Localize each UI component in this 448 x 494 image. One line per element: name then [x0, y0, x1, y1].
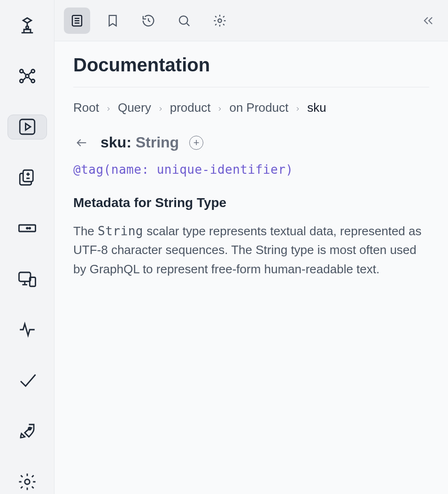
rail-activity-icon[interactable]: [8, 317, 47, 342]
svg-point-5: [25, 74, 29, 77]
breadcrumb: Root Query product on Product sku: [73, 100, 429, 115]
chevron-right-icon: [295, 100, 301, 115]
field-name: sku: [100, 134, 126, 151]
svg-point-3: [20, 79, 23, 83]
rail-devices-icon[interactable]: [8, 267, 47, 291]
field-header: sku: String +: [73, 134, 429, 151]
rail-input-field-icon[interactable]: [8, 216, 47, 240]
svg-point-16: [179, 16, 188, 24]
rail-observatory-icon[interactable]: [8, 13, 47, 38]
crumb-product[interactable]: product: [170, 100, 211, 115]
collapse-panel-icon[interactable]: [418, 10, 439, 31]
content-area: Documentation Root Query product on Prod…: [54, 41, 448, 494]
toolbar-bookmark-icon[interactable]: [100, 8, 126, 34]
svg-point-0: [26, 26, 28, 29]
svg-rect-11: [19, 272, 31, 281]
crumb-current: sku: [307, 100, 326, 115]
svg-point-10: [29, 228, 30, 229]
crumb-query[interactable]: Query: [118, 100, 151, 115]
field-signature: sku: String: [100, 134, 179, 151]
chevron-right-icon: [158, 100, 163, 115]
svg-point-17: [218, 19, 222, 23]
inline-code: String: [98, 224, 143, 238]
directive-text: @tag(name: unique-identifier): [73, 162, 429, 177]
rail-diff-icon[interactable]: [8, 166, 47, 190]
toolbar-search-icon[interactable]: [171, 8, 197, 34]
crumb-root[interactable]: Root: [73, 100, 99, 115]
svg-point-14: [24, 479, 30, 485]
rail-checkmark-icon[interactable]: [8, 368, 47, 393]
rail-settings-icon[interactable]: [8, 470, 47, 494]
page-title: Documentation: [73, 54, 429, 87]
svg-point-9: [26, 228, 28, 229]
svg-rect-6: [20, 119, 35, 134]
toolbar-doc-list-icon[interactable]: [64, 8, 90, 34]
svg-point-4: [31, 79, 34, 83]
back-arrow-icon[interactable]: [73, 134, 90, 151]
description-text: The String scalar type represents textua…: [73, 222, 429, 278]
toolbar: [54, 0, 448, 41]
field-type: String: [136, 134, 179, 151]
crumb-on-product[interactable]: on Product: [229, 100, 288, 115]
toolbar-history-icon[interactable]: [135, 8, 162, 34]
rail-play-icon[interactable]: [8, 115, 47, 139]
main-panel: Documentation Root Query product on Prod…: [54, 0, 448, 494]
left-rail: [0, 0, 54, 494]
rail-graph-icon[interactable]: [8, 64, 47, 88]
toolbar-settings-icon[interactable]: [207, 8, 233, 34]
chevron-right-icon: [106, 100, 111, 115]
svg-point-1: [20, 69, 23, 73]
section-heading: Metadata for String Type: [73, 195, 429, 210]
chevron-right-icon: [217, 100, 223, 115]
svg-point-2: [31, 69, 34, 73]
add-plus-icon[interactable]: +: [189, 136, 203, 150]
rail-rocket-icon[interactable]: [8, 419, 47, 443]
